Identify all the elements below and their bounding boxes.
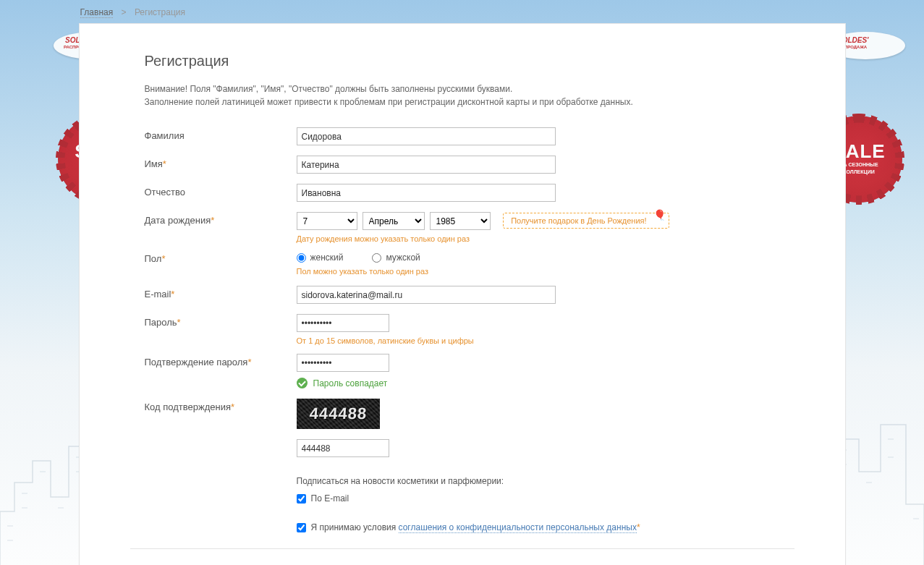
middlename-input[interactable] [297,184,556,202]
hint-password: От 1 до 15 символов, латинские буквы и ц… [297,336,780,345]
subscribe-heading: Подписаться на новости косметики и парфю… [297,476,780,486]
gender-male-option[interactable]: мужской [372,252,420,263]
label-middlename: Отчество [145,184,297,197]
agreement-link[interactable]: соглашения о конфиденциальности персонал… [399,522,637,533]
captcha-input[interactable] [297,439,389,457]
birthday-gift-banner: Получите подарок в День Рождения!🎈 [503,213,669,229]
breadcrumb-home[interactable]: Главная [80,7,114,18]
check-icon [297,378,308,388]
registration-card: Регистрация Внимание! Поля "Фамилия", "И… [79,23,846,565]
hint-gender: Пол можно указать только один раз [297,267,780,276]
gender-female-option[interactable]: женский [297,252,344,263]
warning-text: Внимание! Поля "Фамилия", "Имя", "Отчест… [145,82,780,109]
captcha-image: 444488 [297,399,380,429]
birth-day-select[interactable]: 7 [297,212,357,230]
birth-year-select[interactable]: 1985 [430,212,491,230]
balloons-icon: 🎈 [653,209,666,221]
divider [130,548,794,549]
label-password-confirm: Подтверждение пароля* [145,354,297,368]
password-confirm-input[interactable] [297,354,389,372]
page-title: Регистрация [145,53,780,69]
label-birthdate: Дата рождения* [145,212,297,226]
lastname-input[interactable] [297,127,556,145]
label-gender: Пол* [145,250,297,264]
agreement-checkbox[interactable]: Я принимаю условия соглашения о конфиден… [297,522,780,532]
birth-month-select[interactable]: Апрель [363,212,425,230]
breadcrumb-separator: > [122,7,127,17]
label-firstname: Имя* [145,156,297,169]
subscribe-email-checkbox[interactable]: По E-mail [297,493,780,504]
label-email: E-mail* [145,286,297,300]
label-captcha: Код подтверждения* [145,399,297,412]
breadcrumb: Главная > Регистрация [79,0,846,23]
breadcrumb-current: Регистрация [135,7,185,17]
password-match-text: Пароль совпадает [313,378,388,388]
password-input[interactable] [297,314,389,332]
hint-birthdate: Дату рождения можно указать только один … [297,234,780,243]
label-lastname: Фамилия [145,127,297,141]
email-input[interactable] [297,286,556,304]
firstname-input[interactable] [297,156,556,174]
label-password: Пароль* [145,314,297,328]
